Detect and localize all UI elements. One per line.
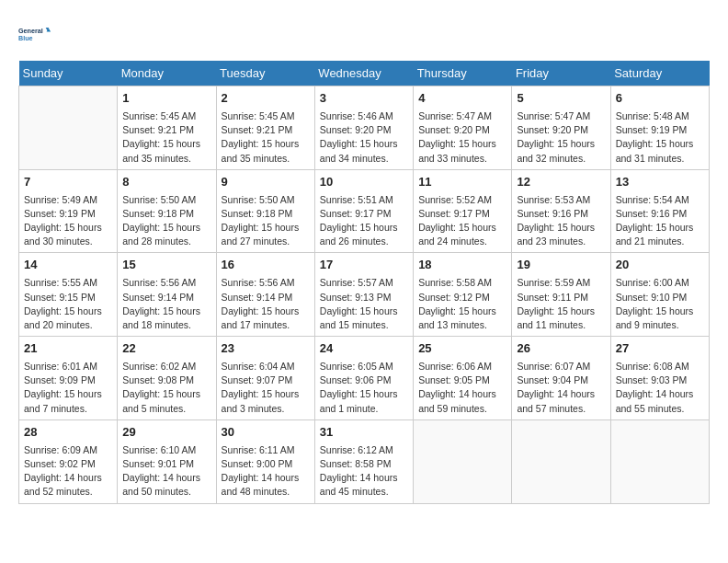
svg-text:General: General xyxy=(18,27,43,35)
calendar-cell: 27Sunrise: 6:08 AM Sunset: 9:03 PM Dayli… xyxy=(610,337,709,420)
day-number: 22 xyxy=(122,340,210,358)
calendar-cell: 22Sunrise: 6:02 AM Sunset: 9:08 PM Dayli… xyxy=(118,337,216,420)
calendar-table: SundayMondayTuesdayWednesdayThursdayFrid… xyxy=(18,61,710,504)
calendar-cell xyxy=(512,419,610,503)
calendar-cell: 10Sunrise: 5:51 AM Sunset: 9:17 PM Dayli… xyxy=(314,169,413,253)
day-info: Sunrise: 5:55 AM Sunset: 9:15 PM Dayligh… xyxy=(24,276,112,332)
day-number: 11 xyxy=(418,174,506,191)
calendar-cell: 26Sunrise: 6:07 AM Sunset: 9:04 PM Dayli… xyxy=(512,337,610,420)
day-info: Sunrise: 5:45 AM Sunset: 9:21 PM Dayligh… xyxy=(222,109,310,166)
day-number: 20 xyxy=(616,257,704,274)
weekday-header-monday: Monday xyxy=(118,61,216,86)
day-number: 3 xyxy=(320,90,408,108)
day-info: Sunrise: 5:52 AM Sunset: 9:17 PM Dayligh… xyxy=(418,193,506,249)
day-info: Sunrise: 6:00 AM Sunset: 9:10 PM Dayligh… xyxy=(616,276,704,332)
day-number: 23 xyxy=(222,340,310,358)
day-number: 2 xyxy=(222,90,310,108)
calendar-cell: 20Sunrise: 6:00 AM Sunset: 9:10 PM Dayli… xyxy=(610,253,709,337)
calendar-cell: 4Sunrise: 5:47 AM Sunset: 9:20 PM Daylig… xyxy=(414,86,512,170)
day-info: Sunrise: 6:06 AM Sunset: 9:05 PM Dayligh… xyxy=(418,360,506,416)
calendar-cell: 1Sunrise: 5:45 AM Sunset: 9:21 PM Daylig… xyxy=(118,86,216,170)
day-number: 4 xyxy=(418,90,506,108)
calendar-cell: 12Sunrise: 5:53 AM Sunset: 9:16 PM Dayli… xyxy=(512,169,610,253)
day-info: Sunrise: 6:10 AM Sunset: 9:01 PM Dayligh… xyxy=(122,443,210,500)
calendar-cell: 19Sunrise: 5:59 AM Sunset: 9:11 PM Dayli… xyxy=(512,253,610,337)
day-info: Sunrise: 6:08 AM Sunset: 9:03 PM Dayligh… xyxy=(616,360,704,416)
calendar-cell: 29Sunrise: 6:10 AM Sunset: 9:01 PM Dayli… xyxy=(118,419,216,503)
calendar-week-row: 21Sunrise: 6:01 AM Sunset: 9:09 PM Dayli… xyxy=(19,337,710,420)
calendar-cell: 3Sunrise: 5:46 AM Sunset: 9:20 PM Daylig… xyxy=(314,86,413,170)
day-number: 30 xyxy=(222,424,310,442)
day-info: Sunrise: 5:59 AM Sunset: 9:11 PM Dayligh… xyxy=(517,276,605,332)
calendar-cell: 9Sunrise: 5:50 AM Sunset: 9:18 PM Daylig… xyxy=(216,169,314,253)
day-number: 16 xyxy=(222,257,310,274)
day-number: 19 xyxy=(517,257,605,274)
day-number: 27 xyxy=(616,340,704,358)
calendar-cell: 14Sunrise: 5:55 AM Sunset: 9:15 PM Dayli… xyxy=(19,253,118,337)
day-number: 7 xyxy=(24,174,112,191)
day-number: 18 xyxy=(418,257,506,274)
weekday-header-thursday: Thursday xyxy=(414,61,512,86)
weekday-header-tuesday: Tuesday xyxy=(216,61,314,86)
calendar-cell: 21Sunrise: 6:01 AM Sunset: 9:09 PM Dayli… xyxy=(19,337,118,420)
day-info: Sunrise: 5:56 AM Sunset: 9:14 PM Dayligh… xyxy=(122,276,210,332)
day-number: 25 xyxy=(418,340,506,358)
weekday-header-saturday: Saturday xyxy=(610,61,709,86)
day-number: 6 xyxy=(616,90,704,108)
day-number: 5 xyxy=(517,90,605,108)
calendar-cell: 28Sunrise: 6:09 AM Sunset: 9:02 PM Dayli… xyxy=(19,419,118,503)
calendar-cell: 24Sunrise: 6:05 AM Sunset: 9:06 PM Dayli… xyxy=(314,337,413,420)
calendar-cell: 17Sunrise: 5:57 AM Sunset: 9:13 PM Dayli… xyxy=(314,253,413,337)
day-info: Sunrise: 5:58 AM Sunset: 9:12 PM Dayligh… xyxy=(418,276,506,332)
day-info: Sunrise: 5:49 AM Sunset: 9:19 PM Dayligh… xyxy=(24,193,112,249)
calendar-week-row: 1Sunrise: 5:45 AM Sunset: 9:21 PM Daylig… xyxy=(19,86,710,170)
calendar-cell: 25Sunrise: 6:06 AM Sunset: 9:05 PM Dayli… xyxy=(414,337,512,420)
day-info: Sunrise: 5:53 AM Sunset: 9:16 PM Dayligh… xyxy=(517,193,605,249)
calendar-cell: 31Sunrise: 6:12 AM Sunset: 8:58 PM Dayli… xyxy=(314,419,413,503)
day-info: Sunrise: 6:05 AM Sunset: 9:06 PM Dayligh… xyxy=(320,360,408,416)
day-number: 26 xyxy=(517,340,605,358)
calendar-cell xyxy=(610,419,709,503)
calendar-week-row: 7Sunrise: 5:49 AM Sunset: 9:19 PM Daylig… xyxy=(19,169,710,253)
logo-svg: General Blue xyxy=(18,18,51,52)
calendar-week-row: 28Sunrise: 6:09 AM Sunset: 9:02 PM Dayli… xyxy=(19,419,710,503)
day-info: Sunrise: 6:12 AM Sunset: 8:58 PM Dayligh… xyxy=(320,443,408,500)
day-info: Sunrise: 6:01 AM Sunset: 9:09 PM Dayligh… xyxy=(24,360,112,416)
day-info: Sunrise: 6:09 AM Sunset: 9:02 PM Dayligh… xyxy=(24,443,112,500)
calendar-cell: 6Sunrise: 5:48 AM Sunset: 9:19 PM Daylig… xyxy=(610,86,709,170)
calendar-cell: 5Sunrise: 5:47 AM Sunset: 9:20 PM Daylig… xyxy=(512,86,610,170)
weekday-header-sunday: Sunday xyxy=(19,61,118,86)
day-number: 15 xyxy=(122,257,210,274)
day-info: Sunrise: 5:54 AM Sunset: 9:16 PM Dayligh… xyxy=(616,193,704,249)
day-number: 10 xyxy=(320,174,408,191)
page-header: General Blue xyxy=(18,18,710,52)
calendar-cell: 13Sunrise: 5:54 AM Sunset: 9:16 PM Dayli… xyxy=(610,169,709,253)
day-info: Sunrise: 6:02 AM Sunset: 9:08 PM Dayligh… xyxy=(122,360,210,416)
day-info: Sunrise: 5:50 AM Sunset: 9:18 PM Dayligh… xyxy=(222,193,310,249)
calendar-week-row: 14Sunrise: 5:55 AM Sunset: 9:15 PM Dayli… xyxy=(19,253,710,337)
day-number: 24 xyxy=(320,340,408,358)
day-number: 29 xyxy=(122,424,210,442)
day-info: Sunrise: 5:46 AM Sunset: 9:20 PM Dayligh… xyxy=(320,109,408,166)
calendar-cell: 8Sunrise: 5:50 AM Sunset: 9:18 PM Daylig… xyxy=(118,169,216,253)
day-number: 14 xyxy=(24,257,112,274)
day-number: 9 xyxy=(222,174,310,191)
weekday-header-row: SundayMondayTuesdayWednesdayThursdayFrid… xyxy=(19,61,710,86)
calendar-cell: 18Sunrise: 5:58 AM Sunset: 9:12 PM Dayli… xyxy=(414,253,512,337)
day-number: 1 xyxy=(122,90,210,108)
day-number: 21 xyxy=(24,340,112,358)
day-number: 31 xyxy=(320,424,408,442)
day-info: Sunrise: 6:11 AM Sunset: 9:00 PM Dayligh… xyxy=(222,443,310,500)
calendar-cell: 15Sunrise: 5:56 AM Sunset: 9:14 PM Dayli… xyxy=(118,253,216,337)
day-number: 17 xyxy=(320,257,408,274)
svg-text:Blue: Blue xyxy=(18,34,33,42)
calendar-cell: 2Sunrise: 5:45 AM Sunset: 9:21 PM Daylig… xyxy=(216,86,314,170)
day-info: Sunrise: 5:57 AM Sunset: 9:13 PM Dayligh… xyxy=(320,276,408,332)
day-info: Sunrise: 5:56 AM Sunset: 9:14 PM Dayligh… xyxy=(222,276,310,332)
day-info: Sunrise: 5:47 AM Sunset: 9:20 PM Dayligh… xyxy=(418,109,506,166)
day-number: 12 xyxy=(517,174,605,191)
day-number: 13 xyxy=(616,174,704,191)
day-number: 8 xyxy=(122,174,210,191)
day-number: 28 xyxy=(24,424,112,442)
day-info: Sunrise: 5:51 AM Sunset: 9:17 PM Dayligh… xyxy=(320,193,408,249)
